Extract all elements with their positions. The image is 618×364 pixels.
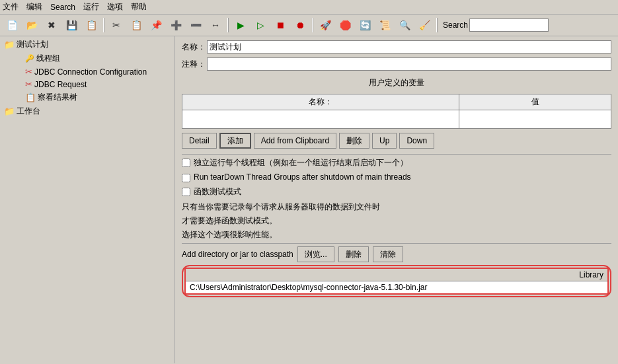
folder-icon: 📁 <box>4 40 15 50</box>
note-line-2: 才需要选择函数测试模式。 <box>182 215 611 227</box>
lib-container: Library C:\Users\Administrator\Desktop\m… <box>182 265 611 297</box>
lib-col-header: Library <box>185 268 608 281</box>
menu-file[interactable]: 文件 <box>3 1 19 13</box>
tree-item-thread-group[interactable]: 🔑 线程组 <box>1 52 173 65</box>
menu-edit[interactable]: 编辑 <box>26 1 42 13</box>
toolbar-move[interactable]: ↔ <box>206 17 225 34</box>
toolbar-collapse[interactable]: ➖ <box>186 17 205 34</box>
add-from-clipboard-btn[interactable]: Add from Clipboard <box>254 133 336 149</box>
classpath-delete-btn[interactable]: 删除 <box>338 246 369 262</box>
classpath-clear-btn[interactable]: 清除 <box>373 246 403 262</box>
detail-btn[interactable]: Detail <box>182 133 217 149</box>
toolbar-sep-2 <box>227 18 229 32</box>
scissors-icon-2: ✂ <box>25 79 32 89</box>
add-btn[interactable]: 添加 <box>219 133 251 149</box>
main-area: 📁 测试计划 🔑 线程组 ✂ JDBC Connection Configura… <box>0 36 618 363</box>
search-input[interactable] <box>469 18 549 32</box>
toolbar-sep-3 <box>312 18 313 32</box>
divider-2 <box>182 243 611 244</box>
toolbar-paste[interactable]: 📌 <box>147 17 165 34</box>
left-panel: 📁 测试计划 🔑 线程组 ✂ JDBC Connection Configura… <box>0 36 175 363</box>
col-name-header: 名称： <box>182 94 459 110</box>
toolbar-log[interactable]: 📜 <box>375 17 394 34</box>
note-line-3: 选择这个选项很影响性能。 <box>182 229 611 240</box>
checkbox-teardown[interactable] <box>182 174 190 182</box>
toolbar-remote-clear[interactable]: 🔄 <box>356 17 374 34</box>
search-label: Search <box>443 20 468 30</box>
name-label: 名称： <box>182 42 207 53</box>
comment-row: 注释： <box>182 57 611 71</box>
comment-label: 注释： <box>182 59 207 70</box>
menu-help[interactable]: 帮助 <box>131 1 147 13</box>
down-btn[interactable]: Down <box>399 133 434 149</box>
tree-item-jdbc-config[interactable]: ✂ JDBC Connection Configuration <box>1 65 173 78</box>
menu-options[interactable]: 选项 <box>107 1 123 13</box>
divider-1 <box>182 154 611 155</box>
toolbar-remote-run[interactable]: 🚀 <box>316 17 334 34</box>
key-icon-1: 🔑 <box>25 54 34 63</box>
lib-row[interactable]: C:\Users\Administrator\Desktop\mysql-con… <box>185 281 608 295</box>
toolbar-run[interactable]: ▶ <box>231 17 250 34</box>
toolbar-remote-stop[interactable]: 🛑 <box>336 17 354 34</box>
var-table-row-empty <box>182 110 611 129</box>
checkbox-label-3: 函数测试模式 <box>194 186 241 198</box>
toolbar-saveas[interactable]: 📋 <box>82 17 100 34</box>
tree-item-workbench[interactable]: 📁 工作台 <box>1 104 173 118</box>
toolbar-clear[interactable]: 🧹 <box>415 17 434 34</box>
tree-label-jdbc-config: JDBC Connection Configuration <box>34 67 147 77</box>
var-table: 名称： 值 <box>182 94 611 129</box>
tree-item-test-plan[interactable]: 📁 测试计划 <box>1 38 173 52</box>
checkbox-thread-group[interactable] <box>182 159 190 167</box>
tree-label-thread-group: 线程组 <box>36 53 60 64</box>
toolbar-spy[interactable]: 🔍 <box>395 17 414 34</box>
toolbar-run2[interactable]: ▷ <box>251 17 270 34</box>
checkbox-row-1: 独立运行每个线程组（例如在一个组运行结束后启动下一个） <box>182 157 611 168</box>
lib-table: Library C:\Users\Administrator\Desktop\m… <box>184 268 609 295</box>
checkbox-label-1: 独立运行每个线程组（例如在一个组运行结束后启动下一个） <box>194 157 408 168</box>
toolbar-expand[interactable]: ➕ <box>167 17 185 34</box>
tree-label-test-plan: 测试计划 <box>17 39 48 50</box>
toolbar-new[interactable]: 📄 <box>3 17 21 34</box>
tree-item-jdbc-request[interactable]: ✂ JDBC Request <box>1 78 173 91</box>
menubar: 文件 编辑 Search 运行 选项 帮助 <box>0 0 618 15</box>
toolbar-sep-1 <box>103 18 104 32</box>
toolbar-sep-4 <box>436 18 438 32</box>
col-value-header: 值 <box>459 94 611 110</box>
lib-path-cell: C:\Users\Administrator\Desktop\mysql-con… <box>185 281 608 295</box>
menu-search[interactable]: Search <box>50 3 75 12</box>
comment-input[interactable] <box>207 57 611 71</box>
tree-label-workbench: 工作台 <box>17 106 40 117</box>
up-btn[interactable]: Up <box>372 133 397 149</box>
tree-label-result-tree: 察看结果树 <box>38 92 77 103</box>
checkbox-row-3: 函数测试模式 <box>182 186 611 198</box>
var-value-cell[interactable] <box>459 110 611 129</box>
user-vars-title: 用户定义的变量 <box>182 75 611 91</box>
classpath-label: Add directory or jar to classpath <box>182 250 293 259</box>
folder-icon-2: 📁 <box>4 106 15 116</box>
toolbar-cut[interactable]: ✂ <box>107 17 126 34</box>
toolbar-save[interactable]: 💾 <box>62 17 81 34</box>
right-panel: 名称： 注释： 用户定义的变量 名称： 值 <box>175 36 618 363</box>
toolbar-stop2[interactable]: ⏺ <box>291 17 309 34</box>
search-area: Search <box>443 18 549 32</box>
toolbar-open[interactable]: 📂 <box>22 17 41 34</box>
classpath-row: Add directory or jar to classpath 浏览... … <box>182 246 611 262</box>
tree-label-jdbc-request: JDBC Request <box>34 80 87 89</box>
toolbar-stop[interactable]: ⏹ <box>271 17 290 34</box>
browse-btn[interactable]: 浏览... <box>297 246 334 262</box>
delete-btn[interactable]: 删除 <box>339 133 369 149</box>
menu-run[interactable]: 运行 <box>83 1 99 13</box>
btn-row: Detail 添加 Add from Clipboard 删除 Up Down <box>182 133 611 149</box>
note-line-1: 只有当你需要记录每个请求从服务器取得的数据到文件时 <box>182 201 611 213</box>
checkbox-row-2: Run tearDown Thread Groups after shutdow… <box>182 172 611 182</box>
toolbar-copy[interactable]: 📋 <box>127 17 145 34</box>
list-icon: 📋 <box>25 92 36 102</box>
checkbox-func-mode[interactable] <box>182 188 190 196</box>
var-name-cell[interactable] <box>182 110 459 129</box>
scissors-icon-1: ✂ <box>25 67 32 77</box>
checkbox-label-2: Run tearDown Thread Groups after shutdow… <box>194 172 411 182</box>
name-input[interactable] <box>207 40 611 54</box>
name-row: 名称： <box>182 40 611 54</box>
tree-item-result-tree[interactable]: 📋 察看结果树 <box>1 91 173 104</box>
toolbar-close[interactable]: ✖ <box>42 17 61 34</box>
